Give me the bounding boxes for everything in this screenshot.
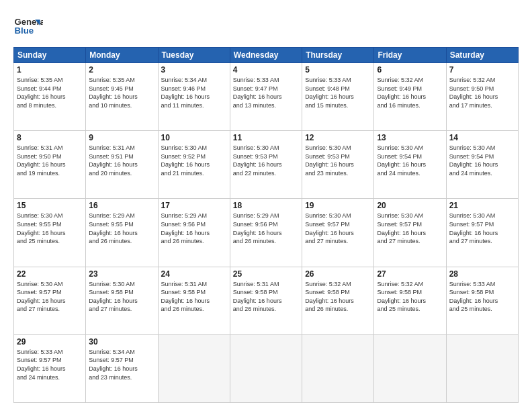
calendar-week-3: 22Sunrise: 5:30 AM Sunset: 9:57 PM Dayli…: [14, 267, 519, 334]
calendar-day: 22Sunrise: 5:30 AM Sunset: 9:57 PM Dayli…: [14, 267, 86, 334]
day-info: Sunrise: 5:32 AM Sunset: 9:49 PM Dayligh…: [377, 76, 443, 109]
calendar-day: 27Sunrise: 5:32 AM Sunset: 9:58 PM Dayli…: [374, 267, 446, 334]
day-number: 8: [17, 133, 83, 142]
day-number: 6: [377, 65, 443, 75]
day-info: Sunrise: 5:33 AM Sunset: 9:48 PM Dayligh…: [305, 76, 371, 109]
day-number: 17: [161, 201, 227, 210]
page: General Blue SundayMondayTuesdayWednesda…: [0, 0, 532, 411]
day-number: 30: [89, 337, 154, 347]
calendar-day: 3Sunrise: 5:34 AM Sunset: 9:46 PM Daylig…: [158, 63, 230, 131]
logo: General Blue: [13, 11, 43, 40]
calendar-day: 20Sunrise: 5:30 AM Sunset: 9:57 PM Dayli…: [374, 199, 446, 267]
day-info: Sunrise: 5:30 AM Sunset: 9:58 PM Dayligh…: [89, 280, 154, 314]
weekday-friday: Friday: [374, 48, 446, 63]
day-info: Sunrise: 5:30 AM Sunset: 9:55 PM Dayligh…: [17, 212, 83, 245]
calendar-day: 16Sunrise: 5:29 AM Sunset: 9:55 PM Dayli…: [86, 199, 158, 267]
day-number: 16: [89, 201, 154, 210]
calendar-day: 12Sunrise: 5:30 AM Sunset: 9:53 PM Dayli…: [302, 131, 374, 199]
weekday-saturday: Saturday: [446, 48, 518, 63]
day-info: Sunrise: 5:30 AM Sunset: 9:57 PM Dayligh…: [377, 212, 443, 245]
calendar-day: [374, 334, 446, 402]
calendar-table: SundayMondayTuesdayWednesdayThursdayFrid…: [13, 47, 519, 403]
day-info: Sunrise: 5:30 AM Sunset: 9:57 PM Dayligh…: [305, 212, 371, 245]
calendar-day: 24Sunrise: 5:31 AM Sunset: 9:58 PM Dayli…: [158, 267, 230, 334]
calendar-day: 21Sunrise: 5:30 AM Sunset: 9:57 PM Dayli…: [446, 199, 518, 267]
calendar-body: 1Sunrise: 5:35 AM Sunset: 9:44 PM Daylig…: [14, 63, 519, 403]
day-info: Sunrise: 5:33 AM Sunset: 9:58 PM Dayligh…: [449, 280, 515, 314]
day-number: 10: [161, 133, 227, 142]
day-number: 26: [305, 269, 371, 279]
day-info: Sunrise: 5:31 AM Sunset: 9:51 PM Dayligh…: [89, 144, 154, 177]
calendar-day: 6Sunrise: 5:32 AM Sunset: 9:49 PM Daylig…: [374, 63, 446, 131]
calendar-day: 4Sunrise: 5:33 AM Sunset: 9:47 PM Daylig…: [230, 63, 302, 131]
day-info: Sunrise: 5:31 AM Sunset: 9:50 PM Dayligh…: [17, 144, 83, 177]
day-number: 4: [233, 65, 299, 75]
calendar-day: 2Sunrise: 5:35 AM Sunset: 9:45 PM Daylig…: [86, 63, 158, 131]
day-info: Sunrise: 5:30 AM Sunset: 9:52 PM Dayligh…: [161, 144, 227, 177]
calendar-day: 19Sunrise: 5:30 AM Sunset: 9:57 PM Dayli…: [302, 199, 374, 267]
day-number: 3: [161, 65, 227, 75]
day-number: 22: [17, 269, 83, 279]
day-info: Sunrise: 5:29 AM Sunset: 9:56 PM Dayligh…: [161, 212, 227, 245]
calendar-week-2: 15Sunrise: 5:30 AM Sunset: 9:55 PM Dayli…: [14, 199, 519, 267]
calendar-day: [230, 334, 302, 402]
day-number: 25: [233, 269, 299, 279]
day-info: Sunrise: 5:30 AM Sunset: 9:53 PM Dayligh…: [233, 144, 299, 177]
day-info: Sunrise: 5:35 AM Sunset: 9:44 PM Dayligh…: [17, 76, 83, 109]
calendar-day: 23Sunrise: 5:30 AM Sunset: 9:58 PM Dayli…: [86, 267, 158, 334]
day-info: Sunrise: 5:30 AM Sunset: 9:54 PM Dayligh…: [449, 144, 515, 177]
day-number: 15: [17, 201, 83, 210]
day-number: 29: [17, 337, 83, 347]
calendar-day: 11Sunrise: 5:30 AM Sunset: 9:53 PM Dayli…: [230, 131, 302, 199]
day-number: 1: [17, 65, 83, 75]
day-number: 21: [449, 201, 515, 210]
calendar-day: 25Sunrise: 5:31 AM Sunset: 9:58 PM Dayli…: [230, 267, 302, 334]
weekday-monday: Monday: [86, 48, 158, 63]
calendar-day: 14Sunrise: 5:30 AM Sunset: 9:54 PM Dayli…: [446, 131, 518, 199]
day-info: Sunrise: 5:33 AM Sunset: 9:47 PM Dayligh…: [233, 76, 299, 109]
calendar-week-4: 29Sunrise: 5:33 AM Sunset: 9:57 PM Dayli…: [14, 334, 519, 402]
calendar-day: [302, 334, 374, 402]
day-number: 24: [161, 269, 227, 279]
day-info: Sunrise: 5:32 AM Sunset: 9:50 PM Dayligh…: [449, 76, 515, 109]
day-number: 12: [305, 133, 371, 142]
calendar-week-1: 8Sunrise: 5:31 AM Sunset: 9:50 PM Daylig…: [14, 131, 519, 199]
day-info: Sunrise: 5:31 AM Sunset: 9:58 PM Dayligh…: [161, 280, 227, 314]
calendar-day: 29Sunrise: 5:33 AM Sunset: 9:57 PM Dayli…: [14, 334, 86, 402]
weekday-tuesday: Tuesday: [158, 48, 230, 63]
weekday-thursday: Thursday: [302, 48, 374, 63]
day-number: 13: [377, 133, 443, 142]
calendar-day: [446, 334, 518, 402]
calendar-day: 18Sunrise: 5:29 AM Sunset: 9:56 PM Dayli…: [230, 199, 302, 267]
calendar-day: 13Sunrise: 5:30 AM Sunset: 9:54 PM Dayli…: [374, 131, 446, 199]
calendar-day: 5Sunrise: 5:33 AM Sunset: 9:48 PM Daylig…: [302, 63, 374, 131]
calendar-day: 8Sunrise: 5:31 AM Sunset: 9:50 PM Daylig…: [14, 131, 86, 199]
day-number: 9: [89, 133, 154, 142]
day-number: 20: [377, 201, 443, 210]
day-info: Sunrise: 5:32 AM Sunset: 9:58 PM Dayligh…: [377, 280, 443, 314]
day-info: Sunrise: 5:29 AM Sunset: 9:55 PM Dayligh…: [89, 212, 154, 245]
day-number: 5: [305, 65, 371, 75]
day-number: 2: [89, 65, 154, 75]
day-number: 11: [233, 133, 299, 142]
calendar-day: 26Sunrise: 5:32 AM Sunset: 9:58 PM Dayli…: [302, 267, 374, 334]
day-info: Sunrise: 5:30 AM Sunset: 9:57 PM Dayligh…: [17, 280, 83, 314]
day-info: Sunrise: 5:29 AM Sunset: 9:56 PM Dayligh…: [233, 212, 299, 245]
weekday-wednesday: Wednesday: [230, 48, 302, 63]
weekday-header-row: SundayMondayTuesdayWednesdayThursdayFrid…: [14, 48, 519, 63]
day-info: Sunrise: 5:31 AM Sunset: 9:58 PM Dayligh…: [233, 280, 299, 314]
day-info: Sunrise: 5:32 AM Sunset: 9:58 PM Dayligh…: [305, 280, 371, 314]
day-info: Sunrise: 5:30 AM Sunset: 9:54 PM Dayligh…: [377, 144, 443, 177]
day-number: 18: [233, 201, 299, 210]
calendar-day: 10Sunrise: 5:30 AM Sunset: 9:52 PM Dayli…: [158, 131, 230, 199]
day-number: 23: [89, 269, 154, 279]
day-info: Sunrise: 5:30 AM Sunset: 9:53 PM Dayligh…: [305, 144, 371, 177]
day-number: 19: [305, 201, 371, 210]
calendar-day: 15Sunrise: 5:30 AM Sunset: 9:55 PM Dayli…: [14, 199, 86, 267]
calendar-day: 1Sunrise: 5:35 AM Sunset: 9:44 PM Daylig…: [14, 63, 86, 131]
header: General Blue: [13, 11, 519, 40]
calendar-day: 17Sunrise: 5:29 AM Sunset: 9:56 PM Dayli…: [158, 199, 230, 267]
day-number: 28: [449, 269, 515, 279]
calendar-day: [158, 334, 230, 402]
day-info: Sunrise: 5:34 AM Sunset: 9:57 PM Dayligh…: [89, 348, 154, 381]
